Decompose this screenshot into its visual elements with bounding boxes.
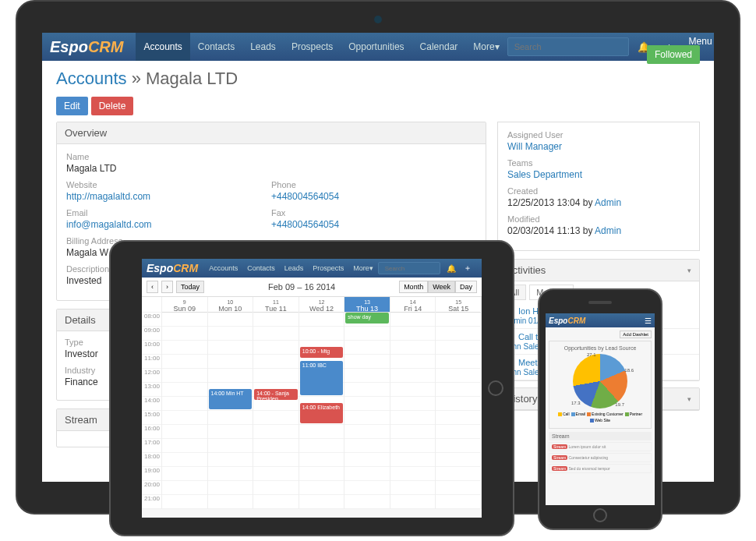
nav-more[interactable]: More ▾ — [465, 33, 507, 61]
ipad-home-button — [488, 380, 503, 396]
edit-button[interactable]: Edit — [56, 97, 88, 115]
cal-day-view[interactable]: Day — [455, 281, 477, 293]
calendar-toolbar: ‹ › Today Feb 09 – 16 2014 Month Week Da… — [142, 278, 482, 297]
cal-prev-button[interactable]: ‹ — [147, 281, 158, 293]
nav-accounts[interactable]: Accounts — [136, 33, 189, 61]
nav-leads[interactable]: Leads — [242, 33, 284, 61]
pie-chart: 27.1 18.6 19.7 17.3 — [573, 354, 627, 408]
add-dashlet-button[interactable]: Add Dashlet — [620, 331, 652, 338]
chart-legend: CallEmailExisting CustomerPartnerWeb Sit… — [552, 412, 648, 423]
followed-button[interactable]: Followed — [647, 45, 700, 64]
ipad-screen: EspoCRM Accounts Contacts Leads Prospect… — [142, 259, 482, 518]
plus-icon[interactable]: ＋ — [462, 263, 475, 274]
cal-day-column[interactable]: 15Sat 15 — [436, 297, 482, 509]
assigned-user-link[interactable]: Will Manager — [507, 141, 690, 152]
side-info-panel: Assigned UserWill Manager TeamsSales Dep… — [497, 122, 700, 251]
cal-title: Feb 09 – 16 2014 — [207, 282, 396, 292]
team-link[interactable]: Sales Department — [507, 169, 690, 180]
calendar-event[interactable]: 14:00 Elizabeth — [300, 403, 344, 423]
cal-day-header: 14Fri 14 — [390, 297, 436, 313]
iphone-screen: EspoCRM ☰ Add Dashlet Opportunities by L… — [546, 313, 655, 505]
email-link[interactable]: info@magalaltd.com — [66, 219, 271, 230]
iphone-device-frame: EspoCRM ☰ Add Dashlet Opportunities by L… — [538, 288, 662, 530]
cal-week-view[interactable]: Week — [428, 281, 455, 293]
app-logo: EspoCRM — [549, 316, 585, 325]
cal-day-column[interactable]: 14Fri 14 — [390, 297, 436, 509]
nav-contacts[interactable]: Contacts — [242, 259, 280, 278]
caret-down-icon: ▾ — [495, 41, 500, 52]
caret-down-icon[interactable]: ▾ — [687, 395, 691, 403]
calendar-event[interactable]: show day — [345, 313, 389, 324]
nav-opportunities[interactable]: Opportunities — [341, 33, 412, 61]
calendar-event[interactable]: 14:00 Min HT — [209, 389, 253, 409]
phone-link[interactable]: +448004564054 — [271, 191, 476, 202]
cal-day-header: 15Sat 15 — [436, 297, 481, 313]
nav-leads[interactable]: Leads — [280, 259, 309, 278]
search-input[interactable] — [378, 262, 440, 274]
fax-link[interactable]: +448004564054 — [271, 219, 476, 230]
page-title: Magala LTD — [146, 69, 238, 88]
caret-down-icon[interactable]: ▾ — [687, 267, 691, 274]
calendar-grid: 08:0009:0010:0011:0012:0013:0014:0015:00… — [142, 297, 482, 509]
cal-today-button[interactable]: Today — [176, 281, 204, 293]
nav-items: Accounts Contacts Leads Prospects Opport… — [136, 33, 507, 61]
cal-day-header: 12Wed 12 — [299, 297, 344, 313]
nav-prospects[interactable]: Prospects — [308, 259, 348, 278]
cal-next-button[interactable]: › — [161, 281, 173, 293]
nav-contacts[interactable]: Contacts — [190, 33, 242, 61]
cal-day-header: 13Thu 13 — [344, 297, 390, 313]
cal-day-column[interactable]: 12Wed 1210:00 - Mtg11:00 IBC14:00 Elizab… — [299, 297, 345, 509]
app-logo: EspoCRM — [147, 262, 198, 274]
iphone-navbar: EspoCRM ☰ — [546, 313, 655, 327]
iphone-home-button — [593, 508, 607, 522]
nav-accounts[interactable]: Accounts — [204, 259, 242, 278]
cal-day-header: 9Sun 09 — [162, 297, 207, 313]
delete-button[interactable]: Delete — [91, 97, 134, 115]
bell-icon[interactable]: 🔔 — [445, 264, 457, 273]
calendar-event[interactable]: 14:00 - Sanja Presiden — [254, 389, 298, 400]
cal-month-view[interactable]: Month — [399, 281, 428, 293]
app-logo: EspoCRM — [50, 38, 123, 56]
nav-calendar[interactable]: Calendar — [412, 33, 466, 61]
ipad-navbar: EspoCRM Accounts Contacts Leads Prospect… — [142, 259, 482, 278]
cal-day-header: 11Tue 11 — [253, 297, 299, 313]
nav-prospects[interactable]: Prospects — [284, 33, 341, 61]
nav-more[interactable]: More ▾ — [348, 259, 378, 278]
website-link[interactable]: http://magalaltd.com — [66, 191, 271, 202]
ipad-device-frame: EspoCRM Accounts Contacts Leads Prospect… — [109, 240, 514, 536]
stream-item[interactable]: Stream Sed do eiusmod tempor — [549, 464, 652, 473]
overview-header: Overview — [57, 122, 486, 144]
stream-item[interactable]: Stream Consectetur adipiscing — [549, 453, 652, 462]
cal-day-header: 10Mon 10 — [208, 297, 253, 313]
created-by-link[interactable]: Admin — [595, 197, 621, 208]
calendar-event[interactable]: 11:00 IBC — [300, 361, 344, 395]
stream-header: Stream — [549, 432, 652, 440]
search-input[interactable] — [507, 37, 629, 56]
cal-day-column[interactable]: 10Mon 1014:00 Min HT — [208, 297, 254, 509]
main-navbar: EspoCRM Accounts Contacts Leads Prospect… — [42, 33, 714, 61]
modified-by-link[interactable]: Admin — [595, 225, 621, 236]
stream-item[interactable]: Stream Lorem ipsum dolor sit — [549, 442, 652, 451]
breadcrumb: Accounts » Magala LTD — [56, 69, 700, 89]
calendar-event[interactable]: 10:00 - Mtg — [300, 347, 344, 358]
breadcrumb-root[interactable]: Accounts — [56, 69, 127, 88]
camera-dot — [374, 16, 382, 23]
menu-icon[interactable]: ☰ — [645, 316, 652, 325]
cal-day-column[interactable]: 9Sun 09 — [162, 297, 208, 509]
iphone-speaker — [588, 301, 612, 304]
menu-button[interactable]: Menu ▾ — [479, 259, 482, 279]
cal-day-column[interactable]: 11Tue 1114:00 - Sanja Presiden — [253, 297, 299, 509]
chart-title: Opportunities by Lead Source — [552, 345, 648, 351]
cal-day-column[interactable]: 13Thu 13show day — [344, 297, 390, 509]
